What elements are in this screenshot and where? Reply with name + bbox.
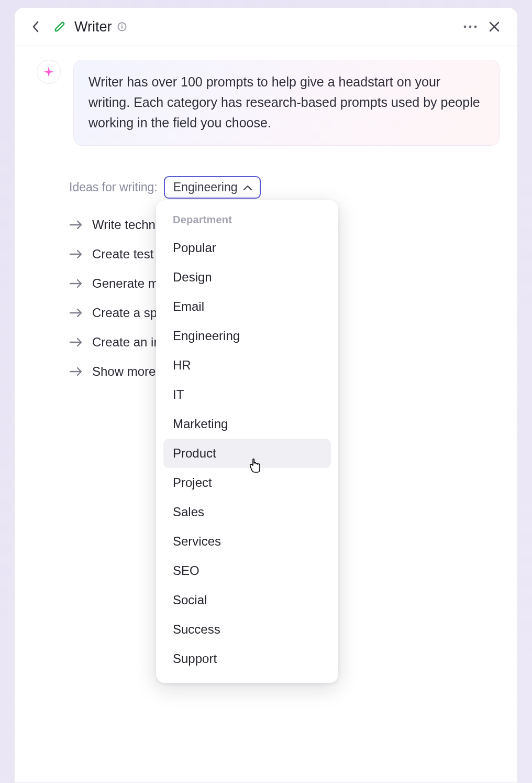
info-icon [117, 22, 127, 31]
dropdown-item-popular[interactable]: Popular [163, 233, 331, 263]
dropdown-item-success[interactable]: Success [163, 615, 331, 644]
dropdown-group-title: Department [163, 211, 331, 233]
sparkle-icon [42, 66, 55, 78]
dropdown-item-marketing[interactable]: Marketing [163, 409, 331, 439]
arrow-right-icon [69, 338, 83, 347]
dropdown-item-engineering[interactable]: Engineering [163, 321, 331, 351]
prompt-label: Generate m [92, 276, 159, 291]
prompt-label: Create a spr [92, 306, 161, 320]
arrow-right-icon [69, 367, 83, 376]
pencil-icon [53, 20, 66, 33]
back-button[interactable] [27, 18, 44, 35]
chevron-up-icon [243, 180, 252, 194]
dropdown-item-sales[interactable]: Sales [163, 497, 331, 527]
dropdown-item-design[interactable]: Design [163, 263, 331, 292]
intro-message: Writer has over 100 prompts to help give… [73, 60, 500, 146]
department-dropdown: Department Popular Design Email Engineer… [156, 200, 338, 683]
dropdown-item-email[interactable]: Email [163, 292, 331, 321]
prompt-label: Create an in [92, 335, 161, 350]
dropdown-item-product[interactable]: Product [163, 439, 331, 468]
edit-button[interactable] [51, 18, 68, 35]
svg-point-5 [474, 26, 477, 28]
arrow-right-icon [69, 279, 83, 288]
panel-title: Writer [74, 19, 112, 35]
ellipsis-icon [463, 25, 477, 28]
arrow-right-icon [69, 220, 83, 230]
dropdown-item-support[interactable]: Support [163, 644, 331, 673]
info-button[interactable] [117, 22, 127, 31]
chevron-left-icon [32, 21, 39, 32]
titlebar: Writer [15, 8, 517, 46]
close-button[interactable] [486, 18, 503, 35]
ai-avatar [37, 60, 61, 84]
svg-point-1 [121, 25, 122, 26]
dropdown-item-it[interactable]: IT [163, 380, 331, 409]
svg-point-4 [469, 26, 472, 28]
dropdown-item-services[interactable]: Services [163, 527, 331, 556]
arrow-right-icon [69, 308, 83, 318]
department-select[interactable]: Engineering [164, 176, 261, 199]
prompt-label: Create test [92, 247, 153, 262]
prompt-label: Show more [92, 364, 156, 379]
arrow-right-icon [69, 249, 83, 259]
svg-point-3 [464, 26, 467, 28]
dropdown-item-hr[interactable]: HR [163, 351, 331, 380]
dropdown-item-project[interactable]: Project [163, 468, 331, 497]
prompt-label: Write techn [92, 218, 156, 232]
svg-rect-2 [121, 26, 123, 29]
dropdown-item-social[interactable]: Social [163, 585, 331, 615]
department-selected-value: Engineering [173, 180, 238, 194]
close-icon [489, 21, 500, 32]
more-button[interactable] [462, 18, 479, 35]
dropdown-item-seo[interactable]: SEO [163, 556, 331, 585]
ideas-label: Ideas for writing: [69, 180, 158, 194]
